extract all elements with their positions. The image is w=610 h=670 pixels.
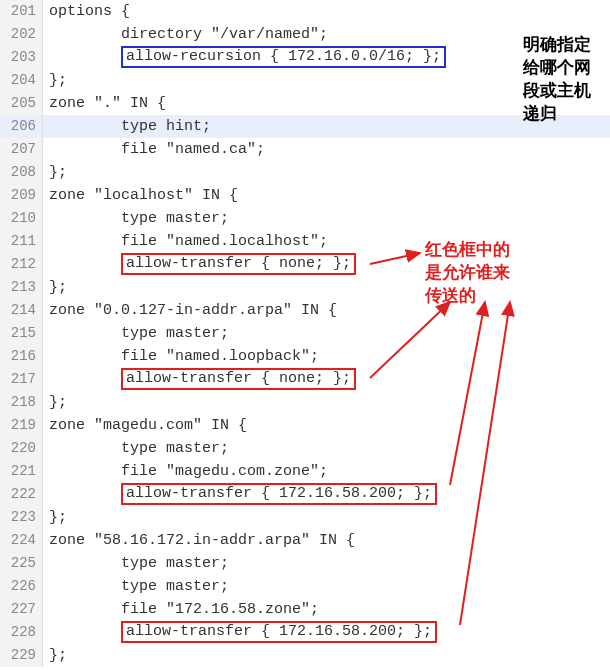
highlight-box-red: allow-transfer { none; }; bbox=[121, 368, 356, 390]
code-line: 229}; bbox=[0, 644, 610, 667]
line-number: 213 bbox=[0, 276, 43, 299]
annotation-blue-line2: 给哪个网 bbox=[523, 58, 591, 78]
code-editor: 201options {202 directory "/var/named";2… bbox=[0, 0, 610, 667]
code-line: 227 file "172.16.58.zone"; bbox=[0, 598, 610, 621]
code-content: allow-transfer { 172.16.58.200; }; bbox=[43, 483, 610, 506]
line-number: 207 bbox=[0, 138, 43, 161]
code-line: 218}; bbox=[0, 391, 610, 414]
annotation-red-line2: 是允许谁来 bbox=[425, 263, 510, 283]
code-content: }; bbox=[43, 506, 610, 529]
code-text: zone "magedu.com" IN { bbox=[49, 417, 247, 434]
code-line: 209zone "localhost" IN { bbox=[0, 184, 610, 207]
code-line: 211 file "named.localhost"; bbox=[0, 230, 610, 253]
code-text: file "named.ca"; bbox=[49, 141, 265, 158]
line-number: 206 bbox=[0, 115, 43, 138]
line-number: 223 bbox=[0, 506, 43, 529]
line-number: 218 bbox=[0, 391, 43, 414]
highlight-box-red: allow-transfer { 172.16.58.200; }; bbox=[121, 483, 437, 505]
code-line: 210 type master; bbox=[0, 207, 610, 230]
code-line: 212 allow-transfer { none; }; bbox=[0, 253, 610, 276]
highlight-box-blue: allow-recursion { 172.16.0.0/16; }; bbox=[121, 46, 446, 68]
code-content: type master; bbox=[43, 322, 610, 345]
code-content: file "named.ca"; bbox=[43, 138, 610, 161]
code-line: 215 type master; bbox=[0, 322, 610, 345]
line-number: 210 bbox=[0, 207, 43, 230]
code-content: allow-transfer { none; }; bbox=[43, 253, 610, 276]
code-text: zone "0.0.127-in-addr.arpa" IN { bbox=[49, 302, 337, 319]
line-number: 220 bbox=[0, 437, 43, 460]
line-number: 222 bbox=[0, 483, 43, 506]
code-text: zone "." IN { bbox=[49, 95, 166, 112]
line-number: 217 bbox=[0, 368, 43, 391]
line-number: 203 bbox=[0, 46, 43, 69]
code-text: type master; bbox=[49, 555, 229, 572]
code-text: zone "localhost" IN { bbox=[49, 187, 238, 204]
line-number: 205 bbox=[0, 92, 43, 115]
code-text: }; bbox=[49, 72, 67, 89]
code-line: 201options { bbox=[0, 0, 610, 23]
code-text bbox=[49, 486, 121, 503]
code-text: type master; bbox=[49, 440, 229, 457]
code-line: 226 type master; bbox=[0, 575, 610, 598]
code-content: }; bbox=[43, 276, 610, 299]
annotation-red-line1: 红色框中的 bbox=[425, 240, 510, 260]
code-text bbox=[49, 371, 121, 388]
annotation-blue-line4: 递归 bbox=[523, 104, 557, 124]
line-number: 216 bbox=[0, 345, 43, 368]
code-line: 208}; bbox=[0, 161, 610, 184]
code-content: file "magedu.com.zone"; bbox=[43, 460, 610, 483]
line-number: 202 bbox=[0, 23, 43, 46]
code-text: type master; bbox=[49, 578, 229, 595]
code-line: 224zone "58.16.172.in-addr.arpa" IN { bbox=[0, 529, 610, 552]
code-line: 204}; bbox=[0, 69, 610, 92]
code-text: zone "58.16.172.in-addr.arpa" IN { bbox=[49, 532, 355, 549]
line-number: 227 bbox=[0, 598, 43, 621]
code-content: file "172.16.58.zone"; bbox=[43, 598, 610, 621]
highlight-box-red: allow-transfer { none; }; bbox=[121, 253, 356, 275]
code-text: }; bbox=[49, 164, 67, 181]
code-text: file "172.16.58.zone"; bbox=[49, 601, 319, 618]
code-text: type master; bbox=[49, 210, 229, 227]
code-content: }; bbox=[43, 391, 610, 414]
line-number: 225 bbox=[0, 552, 43, 575]
code-line: 222 allow-transfer { 172.16.58.200; }; bbox=[0, 483, 610, 506]
code-content: type master; bbox=[43, 437, 610, 460]
line-number: 204 bbox=[0, 69, 43, 92]
code-text: }; bbox=[49, 279, 67, 296]
code-content: zone "0.0.127-in-addr.arpa" IN { bbox=[43, 299, 610, 322]
code-line: 206 type hint; bbox=[0, 115, 610, 138]
code-text: }; bbox=[49, 509, 67, 526]
code-text bbox=[49, 256, 121, 273]
line-number: 214 bbox=[0, 299, 43, 322]
code-line: 205zone "." IN { bbox=[0, 92, 610, 115]
code-line: 207 file "named.ca"; bbox=[0, 138, 610, 161]
code-content: file "named.localhost"; bbox=[43, 230, 610, 253]
code-content: }; bbox=[43, 161, 610, 184]
line-number: 208 bbox=[0, 161, 43, 184]
code-line: 221 file "magedu.com.zone"; bbox=[0, 460, 610, 483]
code-content: allow-transfer { 172.16.58.200; }; bbox=[43, 621, 610, 644]
code-line: 228 allow-transfer { 172.16.58.200; }; bbox=[0, 621, 610, 644]
code-line: 225 type master; bbox=[0, 552, 610, 575]
annotation-red-line3: 传送的 bbox=[425, 286, 476, 306]
code-text: }; bbox=[49, 647, 67, 664]
code-content: zone "localhost" IN { bbox=[43, 184, 610, 207]
code-content: type master; bbox=[43, 207, 610, 230]
code-text: type hint; bbox=[49, 118, 211, 135]
code-content: type master; bbox=[43, 552, 610, 575]
code-text: file "named.localhost"; bbox=[49, 233, 328, 250]
code-text bbox=[49, 624, 121, 641]
line-number: 211 bbox=[0, 230, 43, 253]
annotation-blue-line3: 段或主机 bbox=[523, 81, 591, 101]
code-content: options { bbox=[43, 0, 610, 23]
line-number: 221 bbox=[0, 460, 43, 483]
code-text: file "named.loopback"; bbox=[49, 348, 319, 365]
line-number: 201 bbox=[0, 0, 43, 23]
code-text: file "magedu.com.zone"; bbox=[49, 463, 328, 480]
code-line: 214zone "0.0.127-in-addr.arpa" IN { bbox=[0, 299, 610, 322]
code-content: zone "58.16.172.in-addr.arpa" IN { bbox=[43, 529, 610, 552]
code-content: }; bbox=[43, 644, 610, 667]
code-content: file "named.loopback"; bbox=[43, 345, 610, 368]
code-content: zone "magedu.com" IN { bbox=[43, 414, 610, 437]
line-number: 229 bbox=[0, 644, 43, 667]
